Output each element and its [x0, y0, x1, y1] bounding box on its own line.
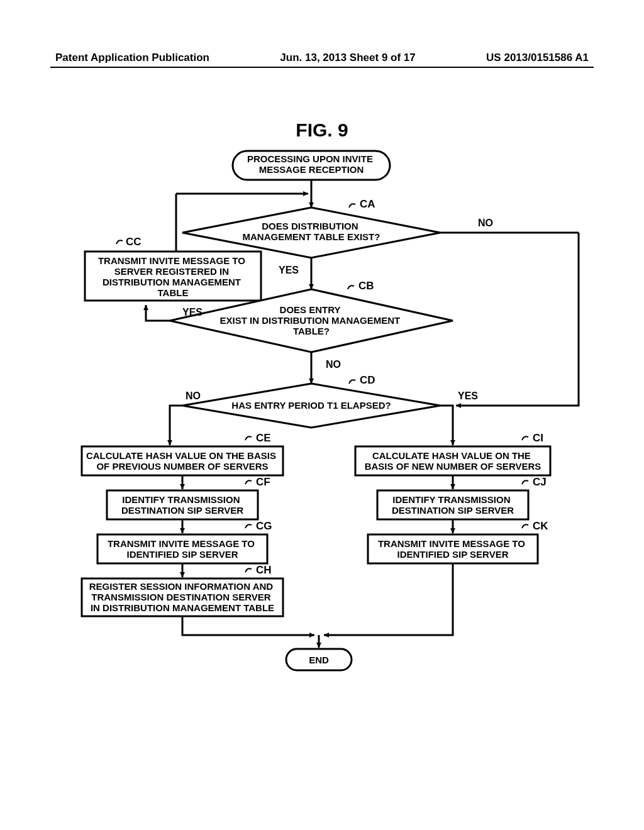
- ref-cf: CF: [256, 476, 270, 488]
- start-line1: PROCESSING UPON INVITE: [247, 153, 373, 164]
- ref-ci: CI: [533, 432, 543, 444]
- cb-no-label: NO: [326, 359, 341, 370]
- end-node: END: [286, 649, 352, 670]
- svg-text:HAS ENTRY PERIOD T1 ELAPSED?: HAS ENTRY PERIOD T1 ELAPSED?: [231, 400, 391, 411]
- svg-text:CALCULATE HASH VALUE ON THE BA: CALCULATE HASH VALUE ON THE BASIS OF PRE…: [86, 450, 279, 472]
- ref-ch: CH: [256, 564, 272, 576]
- figure-title: FIG. 9: [0, 119, 644, 141]
- ref-ck: CK: [533, 520, 548, 532]
- ca-no-label: NO: [478, 218, 493, 228]
- page-header: Patent Application Publication Jun. 13, …: [0, 52, 644, 64]
- process-ch: REGISTER SESSION INFORMATION AND TRANSMI…: [82, 578, 283, 616]
- ref-cg: CG: [256, 520, 272, 532]
- svg-text:TRANSMIT INVITE MESSAGE TO
   : TRANSMIT INVITE MESSAGE TO IDENTIFIED SI…: [378, 538, 528, 560]
- decision-cd: HAS ENTRY PERIOD T1 ELAPSED?: [182, 384, 440, 428]
- start-line2: MESSAGE RECEPTION: [259, 164, 364, 175]
- ref-cj: CJ: [533, 476, 547, 488]
- decision-ca: DOES DISTRIBUTION MANAGEMENT TABLE EXIST…: [182, 208, 440, 258]
- end-label: END: [309, 655, 329, 665]
- process-cf: IDENTIFY TRANSMISSION DESTINATION SIP SE…: [107, 490, 258, 519]
- ref-cd: CD: [360, 374, 375, 386]
- page: Patent Application Publication Jun. 13, …: [0, 0, 644, 830]
- process-cj: IDENTIFY TRANSMISSION DESTINATION SIP SE…: [377, 490, 528, 519]
- svg-text:IDENTIFY TRANSMISSION
        : IDENTIFY TRANSMISSION DESTINATION SIP SE…: [121, 494, 243, 516]
- svg-text:IDENTIFY TRANSMISSION
        : IDENTIFY TRANSMISSION DESTINATION SIP SE…: [392, 494, 514, 516]
- process-ci: CALCULATE HASH VALUE ON THE BASIS OF NEW…: [355, 446, 550, 475]
- cd-no-label: NO: [186, 390, 201, 401]
- header-right: US 2013/0151586 A1: [486, 52, 589, 64]
- header-left: Patent Application Publication: [55, 52, 209, 64]
- ref-ca: CA: [360, 198, 375, 210]
- ref-ce: CE: [256, 432, 271, 444]
- process-cc: TRANSMIT INVITE MESSAGE TO SERVER REGIST…: [85, 252, 261, 301]
- start-node: PROCESSING UPON INVITE MESSAGE RECEPTION: [233, 151, 390, 180]
- process-ce: CALCULATE HASH VALUE ON THE BASIS OF PRE…: [82, 446, 283, 475]
- ref-cc: CC: [126, 236, 142, 248]
- ref-cb: CB: [358, 280, 374, 292]
- svg-text:REGISTER SESSION INFORMATION A: REGISTER SESSION INFORMATION AND TRANSMI…: [89, 581, 276, 613]
- cd-yes-label: YES: [458, 390, 478, 401]
- svg-text:PROCESSING UPON INVITE
       : PROCESSING UPON INVITE MESSAGE RECEPTION: [247, 153, 375, 175]
- process-ck: TRANSMIT INVITE MESSAGE TO IDENTIFIED SI…: [368, 534, 538, 563]
- cb-yes-label: YES: [182, 307, 203, 318]
- header-center: Jun. 13, 2013 Sheet 9 of 17: [280, 52, 415, 64]
- ca-yes-label: YES: [279, 265, 299, 275]
- process-cg: TRANSMIT INVITE MESSAGE TO IDENTIFIED SI…: [97, 534, 267, 563]
- header-rule: [50, 67, 594, 68]
- svg-text:CALCULATE HASH VALUE ON THE
  : CALCULATE HASH VALUE ON THE BASIS OF NEW…: [365, 450, 541, 472]
- svg-text:TRANSMIT INVITE MESSAGE TO
   : TRANSMIT INVITE MESSAGE TO IDENTIFIED SI…: [108, 538, 257, 560]
- flowchart: PROCESSING UPON INVITE MESSAGE RECEPTION…: [0, 145, 644, 824]
- svg-text:DOES DISTRIBUTION
        MANA: DOES DISTRIBUTION MANAGEMENT TABLE EXIST…: [243, 221, 380, 242]
